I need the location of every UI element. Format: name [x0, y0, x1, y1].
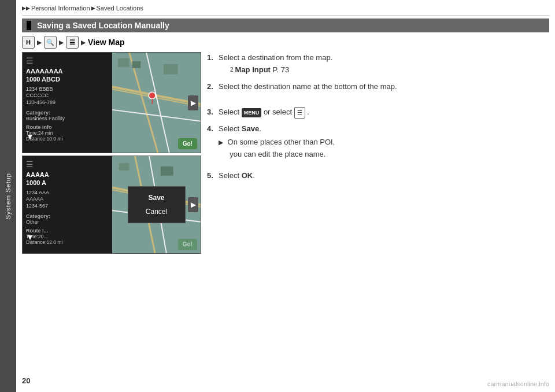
cancel-button[interactable]: Cancel [140, 208, 173, 216]
breadcrumb: ▶▶ Personal Information ▶ Saved Location… [22, 5, 549, 16]
save-button[interactable]: Save [140, 194, 173, 202]
section-header-bar [27, 21, 31, 30]
screen-bottom-cat-label: Category: [26, 213, 109, 219]
screen-bottom-route-label: Route I... [26, 228, 109, 234]
inst-number-5: 5. [207, 170, 216, 182]
svg-rect-7 [132, 61, 141, 68]
breadcrumb-arrow-1: ▶▶ [22, 5, 30, 11]
go-button-top[interactable]: Go! [178, 138, 197, 149]
page-number: 20 [22, 376, 30, 385]
screen-top-title: AAAAAAAA1000 ABCD [26, 67, 109, 84]
screen-bottom-down-arrow: ▼ [26, 232, 34, 242]
screen-top-address: 1234 BBBBCCCCCC123-456-789 [26, 86, 109, 106]
svg-point-9 [149, 92, 156, 99]
svg-rect-8 [164, 64, 178, 75]
inst-text-2: Select the destination name at the botto… [219, 81, 549, 93]
map-arrow-top[interactable]: ▶ [188, 95, 198, 110]
inst-number-1: 1. [207, 52, 216, 64]
screen-bottom-map: ▶ Go! Save Cancel [112, 156, 201, 253]
breadcrumb-item-1: Personal Information [31, 5, 90, 12]
inst-number-2: 2. [207, 81, 216, 93]
screen-menu-icon-top: ☰ [26, 56, 109, 65]
nav-icon-menu[interactable]: ☰ [66, 36, 79, 49]
section-title: Saving a Saved Location Manually [37, 21, 169, 30]
map-arrow-bottom[interactable]: ▶ [188, 197, 198, 212]
inst-number-3: 3. [207, 106, 216, 119]
nav-arrow-1: ▶ [37, 39, 42, 46]
nav-icon-search[interactable]: 🔍 [44, 36, 57, 49]
map-input-text: Map Input P. 73 [235, 64, 290, 76]
screen-menu-icon-bottom: ☰ [26, 160, 109, 169]
breadcrumb-item-2: Saved Locations [97, 5, 143, 12]
instruction-4: 4. Select Save. ▶ On some places other t… [207, 123, 549, 165]
screen-top-cat-label: Category: [26, 110, 109, 116]
main-content: ▶▶ Personal Information ▶ Saved Location… [16, 0, 555, 392]
breadcrumb-arrow-2: ▶ [91, 5, 95, 11]
screen-bottom-left: ☰ AAAAA1000 A 1234 AAAAAAAA1234-567 Cate… [23, 156, 112, 253]
instructions-panel: 1. Select a destination from the map. 2 … [207, 52, 549, 186]
nav-arrow-2: ▶ [59, 39, 64, 46]
svg-rect-17 [119, 163, 130, 171]
inst-4-sub-text: On some places other than POI, you can e… [225, 136, 335, 161]
list-badge: ☰ [294, 107, 305, 119]
screen-bottom-address: 1234 AAAAAAAA1234-567 [26, 190, 109, 210]
save-overlay: Save Cancel [128, 186, 186, 223]
screen-top-down-arrow: ▼ [26, 132, 34, 141]
inst-3-or: or select [264, 108, 294, 116]
screen-top-route-value: Time:24 minDistance:10.0 mi [26, 130, 109, 142]
screen-top-left: ☰ AAAAAAAA1000 ABCD 1234 BBBBCCCCCC123-4… [23, 53, 112, 153]
svg-rect-18 [161, 167, 173, 176]
watermark: carmanualsonline.info [487, 380, 549, 387]
nav-arrow-3: ▶ [81, 39, 86, 46]
instruction-2: 2. Select the destination name at the bo… [207, 81, 549, 93]
screen-top: ☰ AAAAAAAA1000 ABCD 1234 BBBBCCCCCC123-4… [22, 52, 201, 153]
inst-number-4: 4. [207, 123, 216, 135]
screen-top-route-label: Route Info [26, 124, 109, 130]
sidebar-label: System Setup [5, 173, 12, 219]
screen-bottom: ☰ AAAAA1000 A 1234 AAAAAAAA1234-567 Cate… [22, 156, 201, 254]
view-map-label: View Map [88, 38, 125, 47]
inst-text-5: Select OK. [219, 170, 549, 182]
map-input-link: 2 Map Input P. 73 [230, 64, 549, 76]
instruction-5: 5. Select OK. [207, 170, 549, 182]
section-header: Saving a Saved Location Manually [22, 19, 549, 32]
go-button-bottom[interactable]: Go! [178, 239, 197, 250]
instruction-1: 1. Select a destination from the map. 2 … [207, 52, 549, 76]
screen-top-cat-value: Business Facility [26, 116, 109, 121]
inst-3-period: . [307, 108, 309, 116]
screen-bottom-cat-value: Other [26, 219, 109, 225]
instruction-3: 3. Select MENU or select ☰ . [207, 106, 549, 119]
instruction-4-sub: ▶ On some places other than POI, you can… [219, 136, 549, 161]
sub-arrow-4: ▶ [219, 138, 223, 148]
svg-rect-6 [118, 58, 130, 67]
inst-3-select: Select [219, 108, 242, 116]
inst-text-3: Select MENU or select ☰ . [219, 106, 549, 119]
nav-row: H ▶ 🔍 ▶ ☰ ▶ View Map [22, 36, 125, 49]
screen-bottom-title: AAAAA1000 A [26, 171, 109, 187]
menu-badge: MENU [242, 108, 262, 117]
screen-bottom-route-value: Time:20...Distance:12.0 mi [26, 234, 109, 245]
inst-text-4: Select Save. ▶ On some places other than… [219, 123, 549, 165]
sidebar: System Setup [0, 0, 16, 392]
screen-top-map: ▶ Go! [112, 53, 201, 153]
map-input-icon: 2 [230, 65, 234, 75]
inst-text-1: Select a destination from the map. 2 Map… [219, 52, 549, 76]
screenshots-container: ☰ AAAAAAAA1000 ABCD 1234 BBBBCCCCCC123-4… [22, 52, 201, 256]
nav-icon-home[interactable]: H [22, 36, 35, 49]
